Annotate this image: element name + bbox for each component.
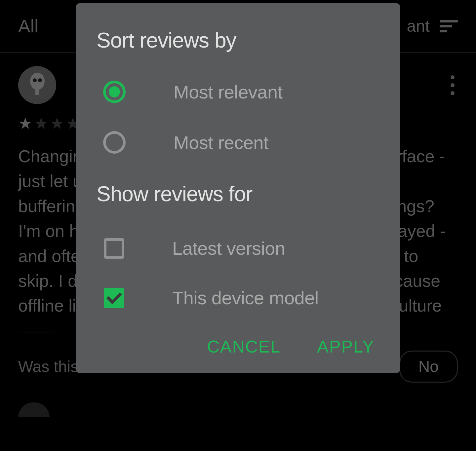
- cancel-button[interactable]: CANCEL: [207, 337, 281, 357]
- checkbox-latest-version[interactable]: Latest version: [97, 238, 379, 259]
- radio-icon: [103, 81, 126, 103]
- checkbox-icon: [104, 288, 124, 308]
- modal-overlay[interactable]: Sort reviews by Most relevant Most recen…: [0, 0, 476, 451]
- apply-button[interactable]: APPLY: [317, 337, 375, 357]
- dialog-actions: CANCEL APPLY: [97, 337, 379, 357]
- checkbox-label: This device model: [172, 287, 319, 309]
- radio-label: Most recent: [174, 132, 268, 153]
- checkbox-this-device[interactable]: This device model: [97, 287, 379, 309]
- radio-icon: [103, 131, 126, 154]
- sort-section-title: Sort reviews by: [97, 28, 379, 53]
- radio-most-recent[interactable]: Most recent: [97, 131, 379, 154]
- radio-label: Most relevant: [174, 81, 283, 103]
- radio-most-relevant[interactable]: Most relevant: [97, 81, 379, 103]
- checkbox-label: Latest version: [172, 238, 285, 259]
- sort-filter-dialog: Sort reviews by Most relevant Most recen…: [76, 3, 400, 373]
- checkbox-icon: [104, 238, 124, 259]
- filter-section-title: Show reviews for: [97, 182, 379, 206]
